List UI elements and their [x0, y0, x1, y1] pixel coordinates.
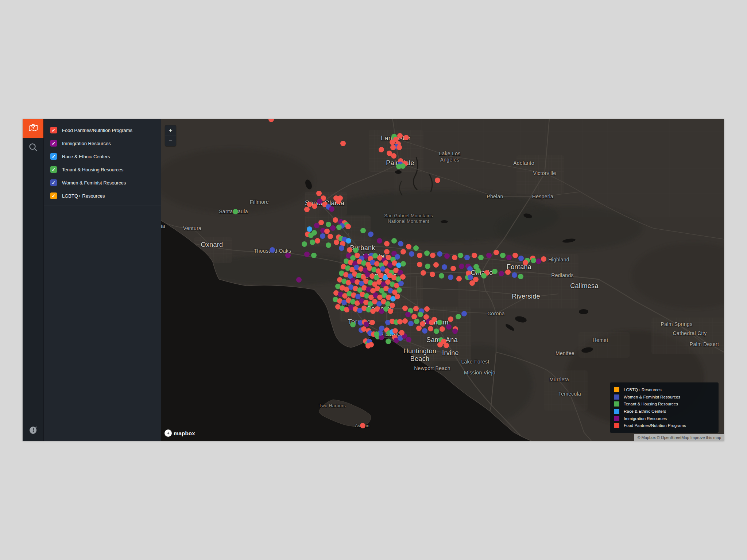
map-marker[interactable] [450, 266, 456, 271]
map-marker[interactable] [413, 306, 419, 311]
map-marker[interactable] [403, 135, 409, 140]
map-marker[interactable] [307, 226, 312, 232]
map-marker[interactable] [430, 272, 435, 277]
map-marker[interactable] [421, 270, 426, 276]
zoom-in-button[interactable]: + [165, 125, 176, 136]
filter-row[interactable]: ✓Immigration Resources [50, 140, 161, 147]
map-marker[interactable] [437, 320, 442, 325]
map-marker[interactable] [472, 253, 477, 258]
map-marker[interactable] [478, 255, 484, 260]
map-marker[interactable] [406, 244, 411, 249]
map-marker[interactable] [379, 147, 384, 152]
map-marker[interactable] [437, 251, 442, 257]
map-marker[interactable] [334, 240, 339, 245]
map-marker[interactable] [416, 326, 422, 331]
map-marker[interactable] [369, 320, 375, 325]
map-marker[interactable] [268, 119, 274, 122]
map-marker[interactable] [505, 269, 511, 275]
map-marker[interactable] [446, 324, 452, 330]
map-marker[interactable] [345, 224, 351, 229]
map-marker[interactable] [308, 233, 314, 238]
map-marker[interactable] [414, 319, 419, 324]
map-marker[interactable] [494, 250, 499, 255]
map-marker[interactable] [456, 276, 462, 281]
map-marker[interactable] [328, 234, 333, 239]
map-canvas[interactable]: LancasterPalmdaleLake Los AngelesAdelant… [161, 119, 724, 441]
search-nav-button[interactable] [23, 138, 43, 158]
map-marker[interactable] [473, 264, 479, 269]
map-marker[interactable] [336, 225, 342, 230]
map-marker[interactable] [464, 255, 470, 260]
map-marker[interactable] [350, 322, 356, 327]
map-marker[interactable] [536, 258, 541, 264]
map-marker[interactable] [448, 275, 453, 280]
map-marker[interactable] [417, 262, 422, 267]
map-marker[interactable] [317, 199, 322, 204]
map-marker[interactable] [314, 223, 320, 228]
map-marker[interactable] [492, 269, 498, 274]
map-marker[interactable] [384, 241, 390, 246]
map-marker[interactable] [390, 145, 396, 150]
map-marker[interactable] [270, 247, 275, 253]
map-marker[interactable] [444, 343, 449, 348]
map-marker[interactable] [398, 281, 404, 286]
map-marker[interactable] [417, 253, 422, 258]
map-marker[interactable] [396, 287, 402, 293]
map-marker[interactable] [439, 273, 444, 279]
map-marker[interactable] [304, 207, 310, 212]
map-marker[interactable] [320, 233, 325, 239]
mapbox-logo[interactable]: mapbox [165, 429, 195, 437]
map-marker[interactable] [360, 423, 365, 428]
map-marker[interactable] [384, 249, 390, 254]
map-marker[interactable] [296, 277, 302, 283]
map-marker[interactable] [523, 260, 528, 265]
map-marker[interactable] [456, 314, 461, 319]
map-marker[interactable] [428, 326, 433, 331]
map-marker[interactable] [406, 337, 411, 342]
map-marker[interactable] [425, 264, 430, 269]
map-marker[interactable] [444, 253, 450, 259]
map-marker[interactable] [481, 273, 487, 279]
map-marker[interactable] [307, 202, 312, 207]
map-marker[interactable] [458, 253, 463, 258]
filter-row[interactable]: ✓LGBTQ+ Resources [50, 192, 161, 199]
map-marker[interactable] [440, 326, 445, 332]
map-marker[interactable] [333, 217, 338, 223]
map-marker[interactable] [311, 253, 317, 258]
map-marker[interactable] [442, 264, 447, 270]
filter-row[interactable]: ✓Race & Ethnic Centers [50, 153, 161, 160]
map-marker[interactable] [368, 232, 374, 237]
map-marker[interactable] [435, 178, 440, 183]
map-marker[interactable] [531, 258, 536, 263]
filter-checkbox[interactable]: ✓ [50, 127, 57, 133]
map-marker[interactable] [233, 209, 238, 214]
map-marker[interactable] [304, 252, 310, 257]
map-marker[interactable] [374, 331, 379, 337]
map-marker[interactable] [368, 342, 374, 347]
map-marker[interactable] [413, 245, 419, 251]
map-marker[interactable] [459, 264, 464, 269]
map-marker[interactable] [400, 274, 406, 280]
map-marker[interactable] [316, 191, 322, 196]
map-marker[interactable] [429, 320, 434, 325]
map-marker[interactable] [312, 203, 317, 209]
map-marker[interactable] [424, 306, 430, 312]
map-marker[interactable] [310, 240, 315, 245]
map-marker[interactable] [398, 241, 403, 246]
map-marker[interactable] [302, 241, 307, 247]
map-marker[interactable] [422, 328, 427, 334]
map-marker[interactable] [433, 262, 439, 268]
map-marker[interactable] [420, 321, 425, 327]
map-marker[interactable] [390, 303, 395, 308]
map-attribution[interactable]: © Mapbox © OpenStreetMap Improve this ma… [634, 434, 724, 441]
map-marker[interactable] [326, 242, 331, 248]
map-marker[interactable] [424, 250, 430, 256]
map-marker[interactable] [395, 254, 400, 260]
map-marker[interactable] [452, 328, 458, 334]
feedback-button[interactable] [23, 425, 43, 436]
filter-checkbox[interactable]: ✓ [50, 192, 57, 199]
map-marker[interactable] [329, 206, 334, 212]
map-marker[interactable] [347, 247, 352, 253]
map-marker[interactable] [339, 245, 344, 251]
filter-row[interactable]: ✓Tenant & Housing Resources [50, 166, 161, 173]
